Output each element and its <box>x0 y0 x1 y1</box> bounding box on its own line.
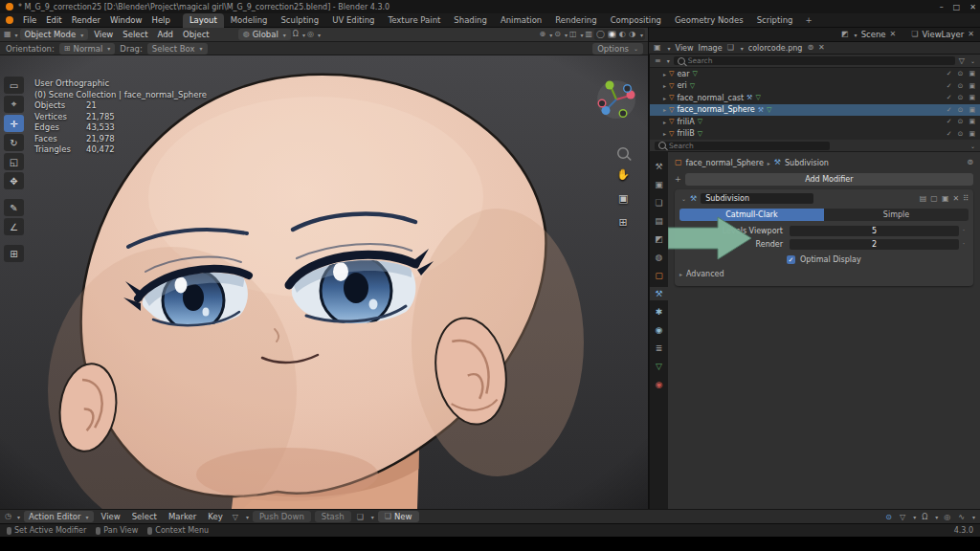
tool-cursor[interactable]: ⌖ <box>4 96 24 113</box>
only-show-selected-icon[interactable]: ⊙ <box>883 513 894 521</box>
action-browse-icon[interactable]: ❏ <box>355 513 366 521</box>
add-modifier-button[interactable]: Add Modifier <box>685 173 973 186</box>
tab-world[interactable]: ◍ <box>650 251 668 264</box>
pivot-point-icon[interactable]: ⊕ <box>540 31 546 38</box>
advanced-section-toggle[interactable]: ▸ Advanced <box>679 270 969 278</box>
expand-arrow-icon[interactable]: ▸ <box>663 95 666 101</box>
show-overlays-icon[interactable]: ◫ <box>569 31 577 38</box>
simple-button[interactable]: Simple <box>824 209 969 221</box>
tool-move[interactable]: ✛ <box>4 115 24 132</box>
outliner-item-ear[interactable]: ▸ ▽ ear ▽ ✓⊙▣ <box>650 68 980 80</box>
hide-eye-icon[interactable]: ⊙ <box>958 106 964 114</box>
editor-type-dopesheet-icon[interactable]: ◷ <box>5 513 11 520</box>
editor-type-image-icon[interactable]: ▣ <box>654 44 661 52</box>
tab-modeling[interactable]: Modeling <box>224 13 275 28</box>
minimize-button[interactable]: – <box>940 3 944 11</box>
blender-menu-icon[interactable] <box>6 16 13 24</box>
tool-measure[interactable]: ∠ <box>4 218 24 235</box>
properties-header-caret[interactable]: ⌄ <box>970 143 975 149</box>
outliner-item-eri[interactable]: ▸ ▽ eri ▽ ✓⊙▣ <box>650 80 980 93</box>
mode-dropdown[interactable]: Object Mode▾ <box>20 29 89 40</box>
zoom-icon[interactable] <box>617 147 629 159</box>
tab-physics[interactable]: ◉ <box>650 323 668 337</box>
drag-dropdown[interactable]: Select Box▾ <box>147 43 208 55</box>
tab-scene[interactable]: ◩ <box>650 232 668 246</box>
tab-tool[interactable]: ⚒ <box>650 160 668 173</box>
hide-eye-icon[interactable]: ⊙ <box>958 130 964 138</box>
expand-arrow-icon[interactable]: ▸ <box>663 130 666 137</box>
image-name[interactable]: colorcode.png <box>748 44 803 53</box>
snapping-magnet-icon[interactable]: Ω <box>293 31 299 38</box>
tab-animation[interactable]: Animation <box>494 13 548 28</box>
animate-dot-icon[interactable]: · <box>959 240 969 249</box>
tab-texture-paint[interactable]: Texture Paint <box>382 13 448 28</box>
animate-dot-icon[interactable]: · <box>959 227 969 235</box>
stash-button[interactable]: Stash <box>315 511 351 522</box>
menu-window[interactable]: Window <box>105 15 147 25</box>
menu-view[interactable]: View <box>90 30 117 39</box>
close-modifier-icon[interactable]: ✕ <box>952 195 959 203</box>
breadcrumb-object[interactable]: face_normal_Sphere <box>686 159 764 167</box>
tab-particles[interactable]: ✱ <box>650 305 668 319</box>
shading-material-button[interactable]: ◐ <box>619 31 626 38</box>
hide-eye-icon[interactable]: ⊙ <box>958 70 964 77</box>
tab-layout[interactable]: Layout <box>183 13 224 28</box>
tab-object[interactable]: ▢ <box>650 269 668 282</box>
tab-material[interactable]: ◉ <box>650 378 668 391</box>
ds-menu-marker[interactable]: Marker <box>165 512 200 521</box>
editor-type-outliner-icon[interactable]: ≡ <box>655 57 661 65</box>
exclude-checkbox-icon[interactable]: ✓ <box>947 106 952 114</box>
tool-select-box[interactable]: ▭ <box>4 77 24 94</box>
scene-selector[interactable]: Scene <box>861 30 886 39</box>
outliner-item-friliB[interactable]: ▸ ▽ friliB ▽ ✓⊙▣ <box>650 128 980 141</box>
ds-snapping-magnet-icon[interactable]: Ω <box>920 513 929 521</box>
expand-arrow-icon[interactable]: ▸ <box>663 82 666 89</box>
tab-sculpting[interactable]: Sculpting <box>274 13 325 28</box>
outliner-item-face-normal-sphere[interactable]: ▸ ▽ face_normal_Sphere ⚒ ▽ ✓⊙▣ <box>650 104 980 117</box>
image-pin-icon[interactable]: ⊚ <box>807 44 813 52</box>
outliner-item-face-normal-cast[interactable]: ▸ ▽ face_normal_cast ⚒ ▽ ✓⊙▣ <box>650 92 980 104</box>
render-display-toggle[interactable]: ▣ <box>942 195 949 203</box>
disable-render-icon[interactable]: ▣ <box>969 106 975 114</box>
viewlayer-remove-icon[interactable]: ✕ <box>968 31 974 38</box>
ds-menu-key[interactable]: Key <box>204 512 226 521</box>
disable-render-icon[interactable]: ▣ <box>969 82 975 90</box>
tool-annotate[interactable]: ✎ <box>4 199 24 216</box>
shading-solid-button[interactable]: ◉ <box>608 31 616 38</box>
tab-scripting[interactable]: Scripting <box>750 13 800 28</box>
modifier-name-field[interactable]: Subdivision <box>701 193 813 204</box>
tab-output[interactable]: ❏ <box>650 196 668 209</box>
exclude-checkbox-icon[interactable]: ✓ <box>947 82 952 90</box>
ds-fcurve-icon[interactable]: ∿ <box>956 513 967 521</box>
xray-toggle-icon[interactable]: ▥ <box>586 31 593 38</box>
render-levels-field[interactable]: 2 <box>790 239 959 250</box>
expand-arrow-icon[interactable]: ▸ <box>663 71 666 77</box>
tab-rendering[interactable]: Rendering <box>548 13 603 28</box>
menu-edit[interactable]: Edit <box>41 15 66 25</box>
outliner-item-friliA[interactable]: ▸ ▽ friliA ▽ ✓⊙▣ <box>650 116 980 128</box>
perspective-grid-icon[interactable]: ⊞ <box>619 216 628 229</box>
shading-wireframe-button[interactable]: ◯ <box>596 31 605 38</box>
image-menu-view[interactable]: View <box>676 44 694 53</box>
shading-rendered-button[interactable]: ◑ <box>629 31 635 38</box>
menu-help[interactable]: Help <box>146 15 174 25</box>
menu-add[interactable]: Add <box>154 30 177 39</box>
ds-menu-view[interactable]: View <box>98 512 124 521</box>
optimal-display-checkbox[interactable]: ✓ <box>787 255 795 264</box>
exclude-checkbox-icon[interactable]: ✓ <box>947 94 952 101</box>
push-down-button[interactable]: Push Down <box>253 511 311 522</box>
tool-add-cube[interactable]: ⊞ <box>4 245 24 262</box>
add-workspace-button[interactable]: + <box>799 15 817 25</box>
tab-shading[interactable]: Shading <box>447 13 494 28</box>
tab-compositing[interactable]: Compositing <box>604 13 668 28</box>
outliner-search-input[interactable]: Search <box>674 56 955 65</box>
tab-geometry-nodes[interactable]: Geometry Nodes <box>668 13 750 28</box>
tab-modifiers[interactable]: ⚒ <box>650 287 668 300</box>
viewlayer-selector[interactable]: ViewLayer <box>922 30 964 39</box>
close-button[interactable]: ✕ <box>969 3 976 11</box>
transform-orientation-dropdown[interactable]: ◍ Global▾ <box>238 29 291 40</box>
tab-uv-editing[interactable]: UV Editing <box>325 13 381 28</box>
hide-eye-icon[interactable]: ⊙ <box>958 118 964 125</box>
dopesheet-mode-dropdown[interactable]: Action Editor▾ <box>24 511 94 522</box>
ds-proportional-icon[interactable]: ◎ <box>942 513 952 521</box>
